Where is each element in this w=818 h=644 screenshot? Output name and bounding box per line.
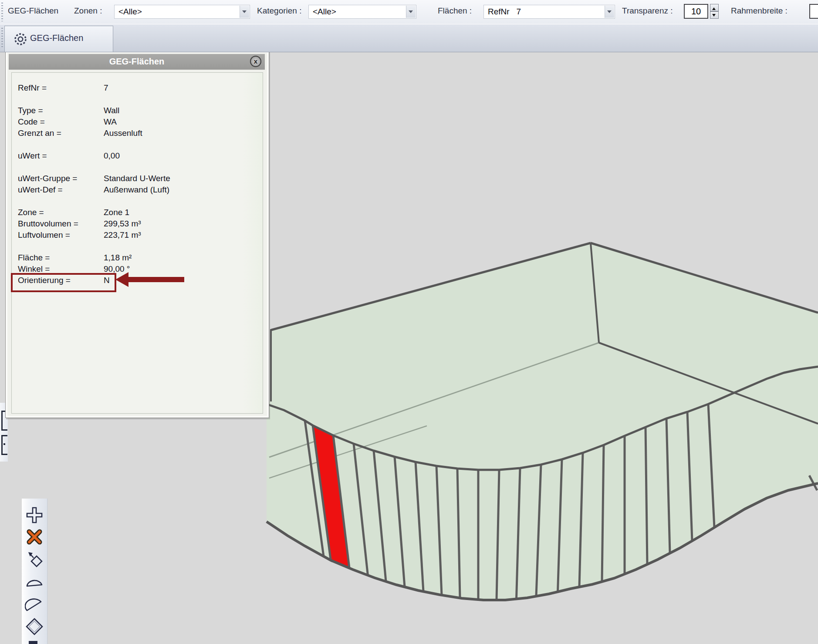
flaechen-dropdown[interactable]: RefNr 7: [483, 5, 615, 19]
transparenz-spinner: [710, 4, 719, 19]
property-value: 1,18 m²: [104, 253, 132, 263]
property-label: uWert-Gruppe =: [18, 174, 77, 183]
zonen-dropdown[interactable]: <Alle>: [114, 5, 250, 19]
redraw-polygon-icon[interactable]: [25, 550, 44, 569]
zonen-label: Zonen :: [74, 6, 102, 16]
highlight-arrow-icon: [115, 272, 128, 287]
zonen-value: <Alle>: [118, 7, 142, 17]
property-label: Zone =: [18, 208, 44, 217]
property-value: 223,71 m³: [104, 230, 141, 240]
property-value: WA: [104, 117, 117, 127]
tab-label: GEG-Flächen: [30, 33, 83, 43]
clipped-bottom-icon[interactable]: [29, 641, 37, 644]
panel-content: [11, 72, 263, 414]
application-window: GEG-Flächen Zonen : <Alle> Kategorien : …: [0, 0, 818, 644]
diamond-icon[interactable]: [25, 617, 44, 636]
flaechen-value: RefNr 7: [488, 7, 521, 17]
toolbar-grip[interactable]: [1, 3, 3, 21]
property-label: Fläche =: [18, 253, 50, 263]
property-label: Winkel =: [18, 264, 50, 274]
property-label: uWert =: [18, 151, 47, 161]
property-label: uWert-Def =: [18, 185, 63, 195]
property-value: Außenwand (Luft): [104, 185, 169, 195]
property-value: Zone 1: [104, 208, 129, 217]
gear-icon: [13, 31, 28, 47]
geg-flaechen-panel: GEG-Flächen x RefNr =7Type =WallCode =WA…: [5, 51, 269, 418]
toolbar-app-label: GEG-Flächen: [8, 6, 58, 16]
property-label: Type =: [18, 106, 43, 115]
main-toolbar: GEG-Flächen Zonen : <Alle> Kategorien : …: [0, 0, 818, 24]
property-label: Grenzt an =: [18, 128, 61, 138]
arc-segment-icon[interactable]: [25, 573, 44, 592]
property-value: 0,00: [104, 151, 120, 161]
property-label: Luftvolumen =: [18, 230, 70, 240]
rahmenbreite-input[interactable]: [809, 4, 818, 19]
property-value: Standard U-Werte: [104, 174, 170, 183]
close-button[interactable]: x: [250, 56, 261, 67]
property-label: RefNr =: [18, 83, 47, 93]
panel-title: GEG-Flächen: [9, 57, 265, 67]
property-value: 299,53 m³: [104, 219, 141, 229]
spinner-down-icon[interactable]: [710, 11, 719, 19]
flaechen-label: Flächen :: [438, 6, 472, 16]
kategorien-dropdown[interactable]: <Alle>: [308, 5, 416, 19]
property-value: 7: [104, 83, 108, 93]
property-value: Aussenluft: [104, 128, 142, 138]
kategorien-dropdown-arrow-icon[interactable]: [406, 6, 416, 18]
property-label: Code =: [18, 117, 45, 127]
spinner-up-icon[interactable]: [710, 4, 719, 11]
highlight-box: [11, 273, 116, 292]
transparenz-input[interactable]: 10: [684, 4, 708, 19]
flaechen-dropdown-arrow-icon[interactable]: [605, 6, 614, 18]
clipped-tool-icon[interactable]: [1, 435, 7, 455]
kategorien-label: Kategorien :: [257, 6, 301, 16]
zonen-dropdown-arrow-icon[interactable]: [240, 6, 249, 18]
property-value: Wall: [104, 106, 119, 115]
kategorien-value: <Alle>: [313, 7, 336, 17]
arc-segment-alt-icon[interactable]: [25, 595, 44, 614]
edit-toolbar: [22, 499, 47, 644]
delete-icon[interactable]: [25, 527, 44, 546]
panel-header[interactable]: GEG-Flächen x: [9, 54, 265, 70]
add-icon[interactable]: [25, 506, 44, 525]
rahmenbreite-label: Rahmenbreite :: [731, 6, 788, 16]
close-icon: x: [251, 57, 260, 65]
tabbar-grip[interactable]: [1, 28, 3, 48]
transparenz-label: Transparenz :: [622, 6, 673, 16]
tab-geg-flaechen[interactable]: GEG-Flächen: [4, 26, 113, 52]
property-label: Bruttovolumen =: [18, 219, 78, 229]
tab-bar: GEG-Flächen: [0, 24, 818, 52]
highlight-arrow-shaft: [128, 277, 184, 282]
